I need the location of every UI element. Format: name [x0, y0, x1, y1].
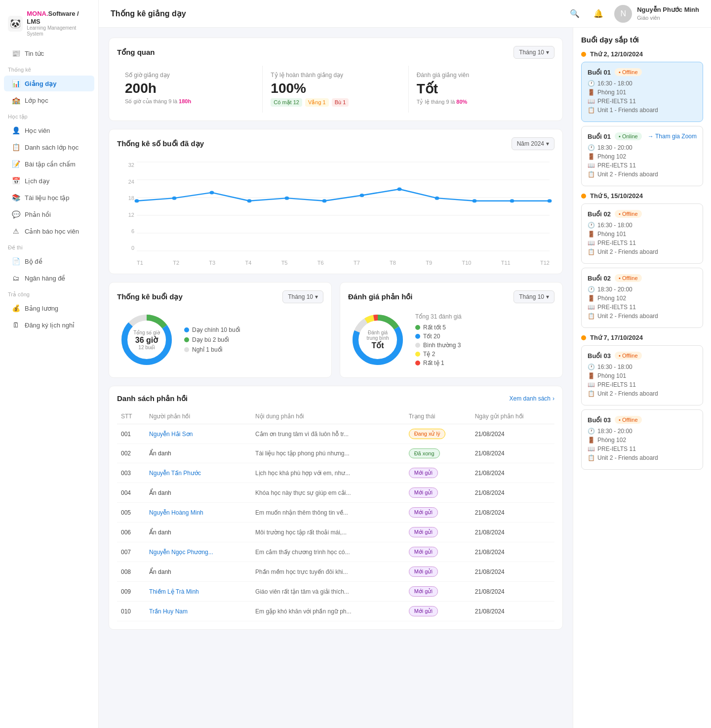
- chart-icon: 📊: [12, 80, 20, 87]
- session-type: • Offline: [615, 352, 642, 360]
- homework-icon: 📝: [12, 160, 20, 168]
- sidebar-label-bang-luong: Bảng lương: [25, 305, 58, 312]
- svg-point-10: [285, 197, 289, 200]
- table-row: 004 Ẩn danh Khóa học này thực sự giúp em…: [117, 483, 554, 503]
- svg-point-14: [435, 197, 439, 200]
- session-time: 🕐 16:30 - 18:00: [588, 80, 697, 87]
- chart-filter[interactable]: Năm 2024 ▾: [512, 137, 554, 150]
- session-card: Buổi 02 • Offline 🕐 16:30 - 18:00 🚪 Phòn…: [581, 203, 703, 264]
- search-button[interactable]: 🔍: [567, 6, 583, 22]
- chevron-down-icon: ▾: [546, 49, 549, 56]
- legend-label-chinh: Dạy chính 10 buổi: [192, 326, 240, 333]
- sidebar-item-lich-day[interactable]: 📅 Lịch dạy: [4, 173, 94, 189]
- stat-rating-sub: Tỷ lệ tháng 9 là 80%: [417, 99, 547, 105]
- table-row: 006 Ẩn danh Môi trường học tập rất thoải…: [117, 523, 554, 542]
- table-head: STT Người phản hồi Nội dung phản hồi Trạ…: [117, 409, 554, 424]
- table-row: 010 Trần Huy Nam Em gặp khó khăn với phầ…: [117, 602, 554, 621]
- table-row: 009 Thiềm Lệ Trà Minh Giáo viên rất tận …: [117, 582, 554, 602]
- cell-name[interactable]: Thiềm Lệ Trà Minh: [145, 582, 251, 602]
- session-name: Buổi 01: [588, 133, 611, 140]
- col-noi-dung: Nội dung phản hồi: [251, 409, 405, 424]
- legend-label-rat-te: Rất tệ 1: [423, 360, 444, 366]
- cell-status: Đang xử lý: [405, 424, 471, 444]
- sidebar-label-giang-day: Giảng dạy: [25, 80, 56, 87]
- y-axis: 3224181260: [117, 162, 134, 251]
- session-room: 🚪 Phòng 102: [588, 295, 697, 302]
- notification-button[interactable]: 🔔: [591, 6, 606, 22]
- sidebar-item-tin-tuc[interactable]: 📰 Tin tức: [4, 45, 94, 61]
- col-ngay: Ngày gửi phản hồi: [471, 409, 554, 424]
- salary-icon: 💰: [12, 304, 20, 312]
- room-icon: 🚪: [588, 89, 594, 96]
- book-icon: 📖: [588, 381, 594, 388]
- feedback-icon: 💬: [12, 210, 20, 218]
- stat-completion: Tỷ lệ hoàn thành giảng dạy 100% Có mặt 1…: [263, 66, 408, 113]
- zoom-link[interactable]: → Tham gia Zoom: [648, 133, 697, 140]
- overview-card: Tổng quan Tháng 10 ▾ Số giờ giảng dạy 20…: [109, 38, 563, 121]
- overview-filter[interactable]: Tháng 10 ▾: [514, 46, 554, 59]
- session-header: Buổi 03 • Offline: [588, 352, 697, 360]
- session-type: • Offline: [615, 210, 642, 218]
- sidebar-item-bo-de[interactable]: 📄 Bộ đề: [4, 253, 94, 269]
- sidebar-item-ngan-hang[interactable]: 🗂 Ngân hàng đề: [4, 270, 94, 286]
- stats-grid: Số giờ giảng dạy 200h Số giờ của tháng 9…: [117, 66, 554, 113]
- sessions-container: Thứ 2, 12/10/2024 Buổi 01 • Offline 🕐 16…: [581, 50, 703, 470]
- feedback-stats-card: Đánh giá phản hồi Tháng 10 ▾: [340, 282, 563, 378]
- sidebar-item-giang-day[interactable]: 📊 Giảng dạy: [4, 76, 94, 91]
- feedback-donut-label: Đánh giá trung bình: [363, 330, 393, 341]
- clock-icon: 🕐: [588, 144, 594, 151]
- cell-name[interactable]: Nguyễn Tấn Phước: [145, 463, 251, 483]
- date-dot: [581, 335, 586, 340]
- session-name: Buổi 03: [588, 416, 611, 424]
- legend-label-bu: Dạy bù 2 buổi: [192, 336, 229, 343]
- cell-stt: 002: [117, 444, 145, 463]
- sidebar-item-dang-ky-nghi[interactable]: 🗓 Đăng ký lịch nghỉ: [4, 317, 94, 333]
- sidebar-item-canh-bao[interactable]: ⚠ Cảnh báo học viên: [4, 223, 94, 239]
- session-header: Buổi 01 • Offline: [588, 68, 697, 76]
- sidebar-item-hoc-vien[interactable]: 👤 Học viên: [4, 122, 94, 138]
- session-header: Buổi 01 • Online → Tham gia Zoom: [588, 132, 697, 140]
- date-dot: [581, 52, 586, 57]
- badge-present: Có mặt 12: [271, 98, 302, 107]
- clock-icon: 🕐: [588, 364, 594, 370]
- feedback-filter[interactable]: Tháng 10 ▾: [514, 290, 554, 303]
- chevron-down-icon: ▾: [546, 293, 549, 300]
- sidebar-item-bang-luong[interactable]: 💰 Bảng lương: [4, 300, 94, 316]
- cell-content: Em muốn nhận thêm thông tin về...: [251, 503, 405, 523]
- cell-content: Môi trường học tập rất thoải mái,...: [251, 523, 405, 542]
- cell-name[interactable]: Nguyễn Ngọc Phương...: [145, 542, 251, 562]
- dot-binh-thuong: [415, 343, 420, 348]
- warning-icon: ⚠: [12, 227, 20, 235]
- logo: 🐼 MONA.Software / LMS Learning Managemen…: [0, 6, 98, 45]
- x-axis: T1T2T3T4T5T6T7T8T9T10T11T12: [137, 260, 550, 266]
- legend-label-tot: Tốt 20: [423, 333, 440, 340]
- table-row: 001 Nguyễn Hải Sơn Cảm ơn trung tâm vì đ…: [117, 424, 554, 444]
- legend-item-rat-te: Rất tệ 1: [415, 360, 462, 366]
- teaching-filter[interactable]: Tháng 10 ▾: [282, 290, 323, 303]
- sidebar-label-lop-hoc: Lớp học: [25, 97, 48, 104]
- cell-content: Phần mềm học trực tuyến đôi khi...: [251, 562, 405, 582]
- cell-name[interactable]: Trần Huy Nam: [145, 602, 251, 621]
- room-icon: 🚪: [588, 153, 594, 160]
- sidebar-item-phan-hoi[interactable]: 💬 Phản hồi: [4, 206, 94, 222]
- sidebar-item-bai-tap[interactable]: 📝 Bài tập cần chấm: [4, 156, 94, 172]
- cell-name[interactable]: Nguyễn Hải Sơn: [145, 424, 251, 444]
- cell-name[interactable]: Nguyễn Hoàng Minh: [145, 503, 251, 523]
- brand-sub: Learning Management System: [27, 25, 90, 37]
- teaching-donut-label: Tổng số giờ: [133, 330, 160, 335]
- cell-date: 21/08/2024: [471, 463, 554, 483]
- cell-status: Mới gửi: [405, 582, 471, 602]
- legend-item-nghi: Nghỉ 1 buổi: [184, 346, 240, 353]
- feedback-donut-value: Tốt: [363, 341, 393, 350]
- sidebar-item-lop-hoc[interactable]: 🏫 Lớp học: [4, 92, 94, 108]
- feedback-table: STT Người phản hồi Nội dung phản hồi Trạ…: [117, 409, 554, 621]
- chart-card: Thống kê số buổi đã dạy Năm 2024 ▾ 32241…: [109, 129, 563, 274]
- stat-hours-sub: Số giờ của tháng 9 là 180h: [125, 98, 254, 105]
- view-all-button[interactable]: Xem danh sách ›: [510, 395, 554, 402]
- book-icon: 📚: [12, 194, 20, 202]
- sidebar-item-tai-lieu[interactable]: 📚 Tài liệu học tập: [4, 190, 94, 205]
- cell-status: Mới gửi: [405, 503, 471, 523]
- sidebar-item-danh-sach-lop[interactable]: 📋 Danh sách lớp học: [4, 139, 94, 155]
- svg-point-11: [322, 199, 327, 202]
- dot-rat-tot: [415, 325, 420, 330]
